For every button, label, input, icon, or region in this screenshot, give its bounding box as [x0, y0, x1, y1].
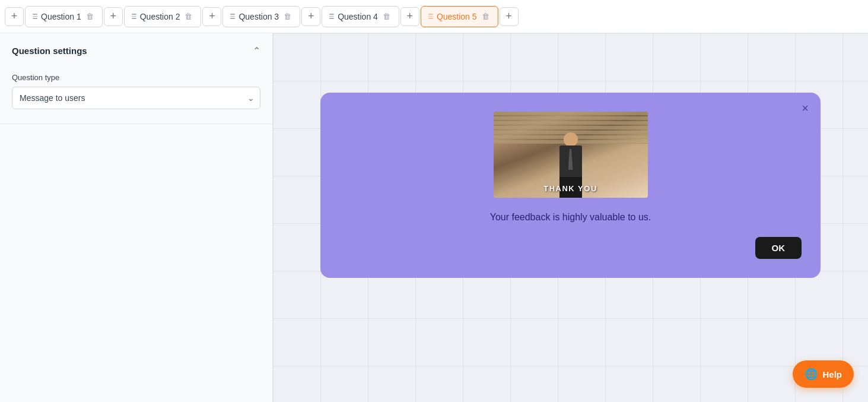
add-question-between-1-2-button[interactable]: +	[104, 7, 123, 26]
add-question-between-2-3-button[interactable]: +	[202, 7, 221, 26]
tab-question-3[interactable]: Question 3 🗑	[222, 6, 300, 27]
question-type-wrapper: Message to users Multiple choice Short a…	[12, 87, 260, 109]
add-question-after-5-button[interactable]: +	[500, 7, 519, 26]
tab-question-2[interactable]: Question 2 🗑	[124, 6, 202, 27]
drag-icon-q4	[329, 14, 334, 19]
question-settings-header[interactable]: Question settings ⌃	[0, 33, 272, 68]
question-type-select[interactable]: Message to users Multiple choice Short a…	[12, 87, 260, 109]
sidebar: Question settings ⌃ Question type Messag…	[0, 33, 273, 402]
delete-question-3-button[interactable]: 🗑	[282, 12, 292, 21]
delete-question-4-button[interactable]: 🗑	[381, 12, 392, 21]
tab-bar: + Question 1 🗑 + Question 2 🗑 + Question…	[0, 0, 868, 33]
tab-label-q4: Question 4	[338, 12, 378, 21]
ok-button[interactable]: OK	[755, 237, 802, 259]
help-label: Help	[822, 369, 842, 379]
question-settings-title: Question settings	[12, 46, 87, 56]
gif-inner: THANK YOU	[494, 112, 648, 198]
gif-image: THANK YOU	[494, 112, 648, 198]
globe-icon: 🌐	[805, 368, 818, 381]
tab-label-q5: Question 5	[437, 12, 477, 21]
preview-card: ×	[320, 93, 821, 278]
delete-question-2-button[interactable]: 🗑	[183, 12, 193, 21]
delete-question-5-button[interactable]: 🗑	[481, 12, 491, 21]
drag-icon-q1	[33, 14, 37, 19]
add-question-between-3-4-button[interactable]: +	[301, 7, 320, 26]
question-type-label: Question type	[12, 73, 260, 82]
close-preview-button[interactable]: ×	[802, 102, 809, 114]
tab-label-q2: Question 2	[140, 12, 180, 21]
tab-question-5[interactable]: Question 5 🗑	[421, 6, 498, 27]
tab-question-1[interactable]: Question 1 🗑	[25, 6, 103, 27]
drag-icon-q5	[428, 14, 433, 19]
feedback-message: Your feedback is highly valuable to us.	[490, 212, 651, 223]
help-button[interactable]: 🌐 Help	[793, 360, 854, 388]
gif-thank-you-label: THANK YOU	[543, 184, 597, 193]
question-settings-body: Question type Message to users Multiple …	[0, 68, 272, 124]
add-question-before-1-button[interactable]: +	[5, 7, 24, 26]
main-area: Question settings ⌃ Question type Messag…	[0, 33, 868, 402]
tab-label-q3: Question 3	[239, 12, 279, 21]
drag-icon-q2	[132, 14, 136, 19]
tab-question-4[interactable]: Question 4 🗑	[322, 6, 399, 27]
chevron-down-icon: ⌃	[253, 45, 260, 56]
tab-label-q1: Question 1	[41, 12, 81, 21]
delete-question-1-button[interactable]: 🗑	[85, 12, 95, 21]
drag-icon-q3	[230, 14, 235, 19]
add-question-between-4-5-button[interactable]: +	[400, 7, 419, 26]
question-settings-section: Question settings ⌃ Question type Messag…	[0, 33, 272, 124]
canvas-area: ×	[273, 33, 868, 402]
